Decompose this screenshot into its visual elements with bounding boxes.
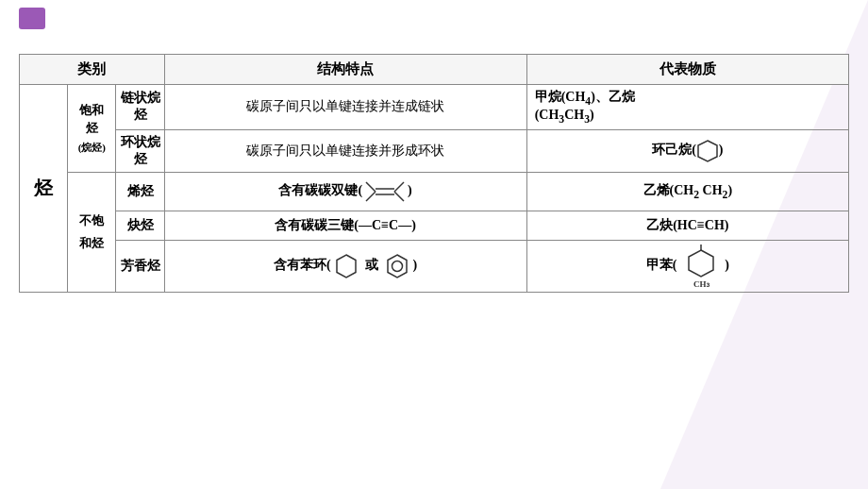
svg-point-10 <box>392 261 403 271</box>
alkyne-struct: 含有碳碳三键(—C≡C—) <box>164 211 526 240</box>
svg-marker-9 <box>388 255 407 278</box>
category-label <box>19 9 45 26</box>
cyclo-alkane-rep: 环己烷() <box>526 129 848 172</box>
title-area <box>45 9 849 35</box>
alkene-sub: 烯烃 <box>116 172 164 211</box>
aromatic-struct: 含有苯环( 或 ) <box>164 240 526 292</box>
svg-line-2 <box>366 182 376 192</box>
table-container: 类别 结构特点 代表物质 烃 饱和烃(烷烃) 链状烷烃 碳原子间只以单键连接并连… <box>0 54 868 302</box>
cyclo-alkane-struct: 碳原子间只以单键连接并形成环状 <box>164 129 526 172</box>
main-title <box>405 9 433 34</box>
alkene-rep: 乙烯(CH2 CH2) <box>526 172 848 211</box>
cyclo-alkane-sub: 环状烷烃 <box>116 129 164 172</box>
chain-alkane-struct: 碳原子间只以单键连接并连成链状 <box>164 85 526 130</box>
svg-text:CH₃: CH₃ <box>693 279 710 288</box>
svg-marker-11 <box>689 250 713 277</box>
chain-alkane-sub: 链状烷烃 <box>116 85 164 130</box>
aromatic-sub: 芳香烃 <box>116 240 164 292</box>
chemistry-table: 类别 结构特点 代表物质 烃 饱和烃(烷烃) 链状烷烃 碳原子间只以单键连接并连… <box>19 54 849 293</box>
main-category: 烃 <box>20 85 68 293</box>
svg-line-7 <box>394 192 404 201</box>
alkyne-sub: 炔烃 <box>116 211 164 240</box>
alkyne-rep: 乙炔(HC≡CH) <box>526 211 848 240</box>
aromatic-rep: 甲苯( CH₃ ) <box>526 240 848 292</box>
unsaturated-label: 不饱和烃 <box>68 172 116 292</box>
chain-alkane-rep: 甲烷(CH4)、乙烷(CH3CH3) <box>526 85 848 130</box>
svg-line-6 <box>394 182 404 192</box>
alkene-struct: 含有碳碳双键( ) <box>164 172 526 211</box>
svg-marker-8 <box>337 255 356 278</box>
subtitle <box>0 41 868 54</box>
svg-marker-1 <box>698 141 717 161</box>
saturated-label: 饱和烃(烷烃) <box>68 85 116 173</box>
svg-line-3 <box>366 192 376 201</box>
